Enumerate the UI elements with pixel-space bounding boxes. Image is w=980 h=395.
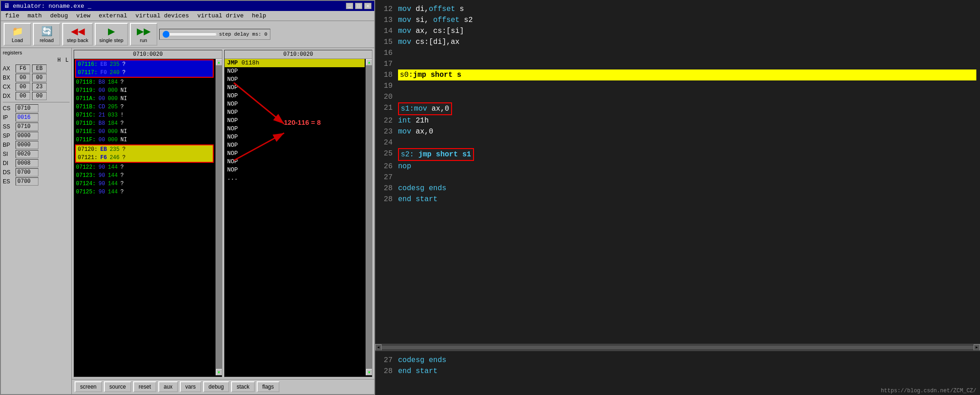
- reg-si-row: SI 0020: [3, 150, 70, 158]
- registers-panel: registers H L AX F6 EB BX 00 00 CX 00 23: [1, 48, 72, 394]
- reg-hl-header: H L: [3, 57, 70, 64]
- reg-di-row: DI 0008: [3, 159, 70, 167]
- right-row-13: NOP: [225, 166, 365, 174]
- reg-ax-l: EB: [32, 64, 47, 73]
- right-row-4: NOP: [225, 92, 365, 100]
- reg-ss: 0710: [16, 123, 38, 131]
- code-line-16: 16: [379, 48, 976, 59]
- menu-math[interactable]: math: [26, 12, 43, 20]
- menu-view[interactable]: view: [75, 12, 92, 20]
- reg-cs-row: CS 0710: [3, 104, 70, 112]
- code-line-27: 27: [379, 172, 976, 183]
- flags-button[interactable]: flags: [257, 381, 279, 392]
- center-area: 0710:0020 ▲ ▼ 07116: EB: [72, 48, 374, 394]
- reset-button[interactable]: reset: [133, 381, 156, 392]
- url-bar: https://blog.csdn.net/ZCM_CZ/: [375, 387, 980, 395]
- reg-ax-row: AX F6 EB: [3, 64, 70, 73]
- left-disasm-content: ▲ ▼ 07116: EB 235 ?: [74, 59, 222, 375]
- load-button[interactable]: 📁 Load: [4, 23, 31, 46]
- menu-file[interactable]: file: [4, 12, 21, 20]
- menu-debug[interactable]: debug: [48, 12, 69, 20]
- reg-ss-row: SS 0710: [3, 123, 70, 131]
- scroll-up-r[interactable]: ▲: [366, 59, 372, 65]
- reg-bx-h: 00: [16, 74, 30, 82]
- right-row-3: NOP: [225, 84, 365, 92]
- scroll-up[interactable]: ▲: [216, 59, 222, 65]
- code-line-24: 24: [379, 137, 976, 148]
- bottom-code-line-27: 27 codesg ends: [379, 355, 976, 366]
- code-scrollbar-h[interactable]: ◀ ▶: [375, 344, 980, 350]
- screen-button[interactable]: screen: [75, 381, 102, 392]
- reg-es: 0700: [16, 177, 38, 186]
- scroll-left-btn[interactable]: ◀: [375, 344, 382, 351]
- close-button[interactable]: ✕: [364, 3, 372, 9]
- bottom-code-area: 27 codesg ends 28 end start: [375, 350, 980, 387]
- scroll-down-r[interactable]: ▼: [366, 369, 372, 375]
- left-disasm-header: 0710:0020: [74, 50, 222, 59]
- reg-bx-l: 00: [32, 74, 47, 82]
- single-step-button[interactable]: ▶ single step: [95, 23, 128, 46]
- scroll-down[interactable]: ▼: [216, 369, 222, 375]
- reg-bx-row: BX 00 00: [3, 74, 70, 82]
- reg-cs: 0710: [16, 104, 38, 112]
- menu-virtual-drive[interactable]: virtual drive: [196, 12, 245, 20]
- step-delay-box: step delay ms: 0: [159, 29, 271, 40]
- reg-es-row: ES 0700: [3, 177, 70, 186]
- code-line-20: 20: [379, 91, 976, 102]
- scroll-track: [216, 65, 222, 369]
- reload-button[interactable]: 🔄 reload: [33, 23, 60, 46]
- code-line-22: 22 int 21h: [379, 115, 976, 126]
- code-line-21: 21 s1:mov ax,0: [379, 102, 976, 115]
- reg-sp-row: SP 0000: [3, 132, 70, 140]
- reg-di: 0008: [16, 159, 38, 167]
- minimize-button[interactable]: _: [346, 3, 353, 9]
- registers-label: registers: [3, 50, 70, 55]
- disasm-row-07124: 07124: 90 144 ?: [74, 180, 215, 188]
- right-disasm-header: 0710:0020: [225, 50, 372, 59]
- right-row-0: JMP 0118h: [225, 59, 365, 67]
- run-icon: ▶▶: [137, 26, 151, 37]
- reg-dx-l: 00: [32, 92, 47, 100]
- stack-button[interactable]: stack: [231, 381, 255, 392]
- code-line-26: 26 nop: [379, 161, 976, 172]
- step-delay-slider[interactable]: [162, 31, 217, 38]
- code-line-12: 12 mov di,offset s: [379, 4, 976, 15]
- disasm-row-0711E: 0711E: 00 000 NI: [74, 128, 215, 136]
- reg-bp: 0000: [16, 141, 38, 149]
- debug-button[interactable]: debug: [203, 381, 229, 392]
- code-editor[interactable]: 12 mov di,offset s 13 mov si, offset s2 …: [375, 0, 980, 344]
- disasm-row-0711F: 0711F: 00 000 NI: [74, 136, 215, 144]
- reload-icon: 🔄: [41, 26, 53, 37]
- right-row-5: NOP: [225, 100, 365, 108]
- code-line-18: 18 s0:jmp short s: [379, 69, 976, 80]
- maximize-button[interactable]: □: [355, 3, 362, 9]
- reg-ip-row: IP 0016: [3, 113, 70, 122]
- scroll-right-btn[interactable]: ▶: [974, 344, 980, 351]
- run-button[interactable]: ▶▶ run: [130, 23, 157, 46]
- step-back-button[interactable]: ◀◀ step back: [62, 23, 93, 46]
- disasm-row-07125: 07125: 90 144 ?: [74, 188, 215, 196]
- code-line-19: 19: [379, 80, 976, 91]
- right-scroll[interactable]: ▲ ▼: [366, 59, 372, 375]
- menu-virtual-devices[interactable]: virtual devices: [134, 12, 190, 20]
- right-disasm-content: ▲ ▼ JMP 0118h NOP NOP NOP NOP: [225, 59, 372, 375]
- reg-dx-h: 00: [16, 92, 30, 100]
- menu-help[interactable]: help: [251, 12, 268, 20]
- disasm-row-07121: 07121: F6 246 ?: [76, 154, 213, 162]
- right-row-12: NOP: [225, 158, 365, 166]
- vars-button[interactable]: vars: [180, 381, 201, 392]
- aux-button[interactable]: aux: [158, 381, 178, 392]
- reg-cx-row: CX 00 23: [3, 83, 70, 91]
- left-scroll[interactable]: ▲ ▼: [215, 59, 222, 375]
- single-step-icon: ▶: [108, 26, 115, 37]
- code-panel: 12 mov di,offset s 13 mov si, offset s2 …: [375, 0, 980, 395]
- menu-external[interactable]: external: [97, 12, 129, 20]
- h-scroll-track: [382, 346, 974, 349]
- disasm-row-0711C: 0711C: 21 033 !: [74, 111, 215, 119]
- right-row-6: NOP: [225, 108, 365, 117]
- disasm-row-07122: 07122: 90 144 ?: [74, 163, 215, 171]
- source-button[interactable]: source: [104, 381, 131, 392]
- reg-dx-row: DX 00 00: [3, 92, 70, 100]
- title-bar: 🖥 emulator: noname.exe _ _ □ ✕: [1, 1, 374, 11]
- code-line-25: 25 s2: jmp short s1: [379, 148, 976, 161]
